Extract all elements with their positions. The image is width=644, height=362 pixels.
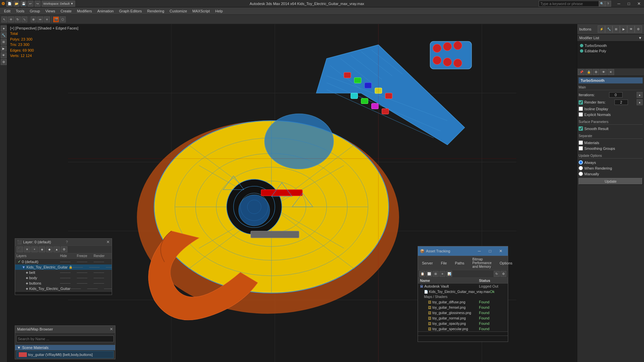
help-icon[interactable]: ? <box>605 1 611 7</box>
asset-tool-3[interactable]: ⊞ <box>433 271 439 277</box>
menu-create[interactable]: Create <box>58 8 74 14</box>
workspace-btn[interactable]: Workspace: Default ▼ <box>42 1 75 7</box>
layer-delete-btn[interactable]: ✕ <box>24 246 31 252</box>
asset-row-frensel[interactable]: 🖼 toy_guitar_frensel.png Found <box>418 305 508 310</box>
asset-minimize-btn[interactable]: ─ <box>474 247 484 255</box>
layer-move-btn[interactable]: ▲ <box>53 246 60 252</box>
layer-row-belt[interactable]: ◈ belt ──── ──── ──── <box>15 270 112 275</box>
rp-btn3[interactable]: ⊞ <box>612 25 620 33</box>
asset-tool-5[interactable]: 📊 <box>446 271 452 277</box>
save-btn[interactable]: 💾 <box>20 1 26 7</box>
layer-row-default[interactable]: ✓ 0 (default) ──── ──── ──── <box>15 259 112 264</box>
isoline-checkbox[interactable] <box>579 107 583 111</box>
layer-row-guitar[interactable]: ▼ Kids_Toy_Electric_Guitar 🔒 ──── ──── ─… <box>15 264 112 270</box>
rp-btn2[interactable]: 🔧 <box>605 25 612 33</box>
modify-panel-icon[interactable]: 🔧 <box>1 32 7 38</box>
asset-row-normal[interactable]: 🖼 toy_guitar_normal.png Found <box>418 315 508 321</box>
redo-btn[interactable]: ↪ <box>35 1 41 7</box>
render-iters-spin[interactable]: ▲ <box>637 99 643 105</box>
layer-row-buttons[interactable]: ◈ buttons ──── ──── ──── <box>15 281 112 286</box>
asset-list[interactable]: 🏛 Autodesk Vault Logged Out 📄 Kids_Toy_E… <box>418 284 508 331</box>
rotate-icon[interactable]: ↻ <box>15 16 21 22</box>
manually-radio[interactable] <box>579 172 583 176</box>
menu-help[interactable]: Help <box>213 8 226 14</box>
iterations-input[interactable] <box>609 92 623 98</box>
asset-row-maxfile[interactable]: 📄 Kids_Toy_Electric_Guitar_max_vray.max … <box>418 289 508 294</box>
layer-add-btn[interactable]: + <box>31 246 38 252</box>
create-panel-icon[interactable]: ✦ <box>1 25 7 32</box>
layer-highlight-btn[interactable]: ◆ <box>46 246 53 252</box>
modifier-list-dropdown[interactable]: ▼ <box>638 36 642 40</box>
menu-maxscript[interactable]: MAXScript <box>190 8 213 14</box>
layer-panel-titlebar[interactable]: ⬛ Layer: 0 (default) ? ✕ <box>15 239 112 246</box>
layer-panel-close[interactable]: ✕ <box>106 240 110 244</box>
search-icon[interactable]: 🔍 <box>599 1 605 7</box>
undo-btn[interactable]: ↩ <box>28 1 34 7</box>
rt-pin-btn[interactable]: 📌 <box>578 69 585 75</box>
hierarchy-panel-icon[interactable]: ⊞ <box>1 39 7 45</box>
asset-row-opacity[interactable]: 🖼 toy_guitar_opacity.png Found <box>418 321 508 326</box>
menu-graph-editors[interactable]: Graph Editors <box>116 8 145 14</box>
close-btn[interactable]: ✕ <box>634 0 644 7</box>
material-panel-titlebar[interactable]: Material/Map Browser ✕ <box>15 326 115 333</box>
material-search-input[interactable] <box>16 336 114 342</box>
material-panel-close[interactable]: ✕ <box>110 327 113 331</box>
update-btn[interactable]: Update <box>579 178 643 185</box>
rp-btn1[interactable]: ⚡ <box>598 25 605 33</box>
menu-rendering[interactable]: Rendering <box>145 8 167 14</box>
smooth-result-checkbox[interactable] <box>579 126 583 131</box>
asset-row-specular[interactable]: 🖼 toy_guitar_specular.png Found <box>418 326 508 331</box>
asset-tool-4[interactable]: ≡ <box>439 271 445 277</box>
menu-edit[interactable]: Edit <box>1 8 13 14</box>
utilities-panel-icon[interactable]: ⚙ <box>1 59 7 65</box>
rp-btn4[interactable]: ▶ <box>620 25 627 33</box>
layer-new-btn[interactable]: ⬛ <box>16 246 23 252</box>
iterations-spin-up[interactable]: ▲ <box>637 92 643 98</box>
always-radio[interactable] <box>579 160 583 165</box>
asset-close-btn[interactable]: ✕ <box>496 247 506 255</box>
open-btn[interactable]: 📂 <box>13 1 19 7</box>
rp-btn6[interactable]: ⚙ <box>635 25 642 33</box>
new-btn[interactable]: 📄 <box>6 1 12 7</box>
menu-views[interactable]: Views <box>43 8 58 14</box>
asset-tool-1[interactable]: 📋 <box>419 271 425 277</box>
scale-icon[interactable]: ⤡ <box>21 16 28 22</box>
asset-menu-server[interactable]: Server <box>419 260 435 266</box>
modifier-epoly[interactable]: Editable Poly <box>579 48 643 54</box>
render-iters-input[interactable] <box>614 100 628 105</box>
asset-scrollbar-h[interactable] <box>418 331 508 336</box>
material-item[interactable]: toy_guitar (VRayMtl) [belt,body,buttons] <box>16 351 114 358</box>
snap-icon[interactable]: ⊕ <box>31 16 37 22</box>
render-iters-checkbox[interactable] <box>579 100 583 105</box>
maximize-btn[interactable]: □ <box>624 0 634 7</box>
menu-animation[interactable]: Animation <box>95 8 116 14</box>
rt-lock-btn[interactable]: 🔒 <box>585 69 592 75</box>
materials-checkbox[interactable] <box>579 140 583 145</box>
smoothing-groups-checkbox[interactable] <box>579 146 583 150</box>
rt-show-btn[interactable]: 👁 <box>600 69 607 75</box>
layer-scroll-area[interactable]: ✓ 0 (default) ──── ──── ──── ▼ Kids_Toy_… <box>15 259 112 291</box>
explicit-normals-checkbox[interactable] <box>579 112 583 117</box>
asset-maximize-btn[interactable]: □ <box>485 247 495 255</box>
layer-row-body[interactable]: ◈ body ──── ──── ──── <box>15 275 112 281</box>
rt-delete-btn[interactable]: ✕ <box>607 69 614 75</box>
asset-tool-2[interactable]: ⬜ <box>426 271 432 277</box>
asset-settings-btn[interactable]: ⚙ <box>500 271 506 277</box>
viewport[interactable]: [+] [Perspective] [Shaded + Edged Faces]… <box>7 24 577 362</box>
search-input[interactable] <box>539 1 599 7</box>
asset-refresh-btn[interactable]: ↻ <box>494 271 500 277</box>
menu-customize[interactable]: Customize <box>167 8 190 14</box>
asset-row-glossiness[interactable]: 🖼 toy_guitar_glossiness.png Found <box>418 310 508 315</box>
layer-settings-btn[interactable]: ⚙ <box>61 246 67 252</box>
select-icon[interactable]: ↖ <box>1 16 7 22</box>
modifier-turbsmooth[interactable]: TurboSmooth <box>579 43 643 48</box>
asset-menu-file[interactable]: File <box>438 260 449 266</box>
asset-menu-bitmap[interactable]: Bitmap Performance and Memory <box>470 257 494 269</box>
asset-row-diffuse[interactable]: 🖼 toy_guitar_diffuse.png Found <box>418 299 508 305</box>
menu-modifiers[interactable]: Modifiers <box>74 8 95 14</box>
when-rendering-radio[interactable] <box>579 166 583 170</box>
asset-menu-paths[interactable]: Paths <box>452 260 467 266</box>
asset-panel-titlebar[interactable]: 📦 Asset Tracking ─ □ ✕ <box>418 246 508 256</box>
display-panel-icon[interactable]: 👁 <box>1 52 7 58</box>
asset-row-vault[interactable]: 🏛 Autodesk Vault Logged Out <box>418 284 508 289</box>
